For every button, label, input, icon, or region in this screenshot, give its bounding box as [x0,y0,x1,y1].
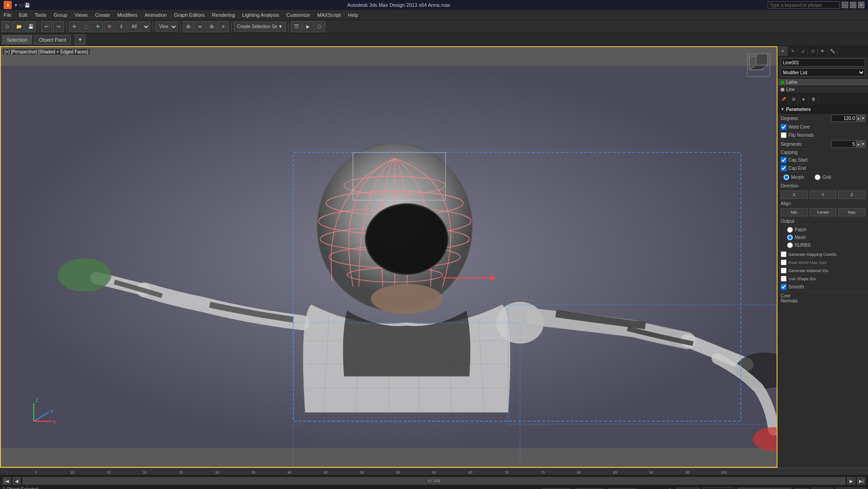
cap-end-checkbox[interactable] [781,165,787,171]
utilities-panel-tab[interactable]: 🔧 [828,46,838,56]
use-shape-ids-checkbox[interactable] [781,276,787,282]
real-world-checkbox[interactable] [781,259,787,265]
segments-down-spinner[interactable]: ▼ [861,140,865,148]
viewport[interactable]: [+] [Perspective] [Shaded + Edged Faces] [0,46,778,468]
new-scene-button[interactable]: 🗋 [2,21,13,32]
play-all-button[interactable]: ▶▶ [765,488,773,489]
grid-radio[interactable] [815,174,821,180]
mesh-radio[interactable] [787,235,793,240]
generate-mapping-checkbox[interactable] [781,251,787,257]
menu-file[interactable]: File [0,10,15,19]
move-button[interactable]: ✛ [92,21,103,32]
go-end-button[interactable]: ▶| [783,488,791,489]
auto-key-button[interactable]: Auto Key [677,488,700,489]
menu-create[interactable]: Create [91,10,114,19]
paint-options-button[interactable]: ▼ [75,34,85,45]
create-panel-tab[interactable]: + [778,46,788,56]
maximize-button[interactable]: □ [850,2,856,8]
display-panel-tab[interactable]: 👁 [818,46,828,56]
patch-radio[interactable] [787,227,793,233]
modify-panel-tab[interactable]: ✎ [788,46,798,56]
direction-z-button[interactable]: Z [838,191,865,199]
menu-rendering[interactable]: Rendering [209,10,239,19]
align-min-button[interactable]: Min [781,208,808,216]
selection-filter-dropdown[interactable]: All [128,22,150,32]
menu-help[interactable]: Help [344,10,362,19]
align-max-button[interactable]: Max [838,208,865,216]
timeline-prev-button[interactable]: |◀ [3,477,11,484]
select-object-button[interactable]: ✛ [69,21,80,32]
selected-dropdown[interactable]: Selected [703,488,734,489]
render-button[interactable]: ▶ [303,21,313,32]
set-key-button[interactable]: Set Key [812,488,833,489]
smooth-row: Smooth [778,283,868,291]
modifier-list-dropdown[interactable]: Modifier List [781,68,865,77]
save-button[interactable]: 💾 [25,21,36,32]
direction-x-button[interactable]: X [781,191,808,199]
cap-start-checkbox[interactable] [781,157,787,163]
next-frame-button[interactable]: ▶ [774,488,782,489]
flip-normals-checkbox[interactable] [781,132,787,138]
selection-tab[interactable]: Selection [2,35,32,45]
undo-button[interactable]: ↩ [41,21,52,32]
menu-group[interactable]: Group [50,10,71,19]
select-region-button[interactable]: ⬚ [81,21,91,32]
menu-graph-editors[interactable]: Graph Editors [171,10,209,19]
material-editor-button[interactable]: ⬡ [314,21,325,32]
layer-button[interactable]: ≡ [218,21,229,32]
render-setup-button[interactable]: 🎬 [291,21,302,32]
redo-button[interactable]: ↪ [53,21,64,32]
timeline-next-button[interactable]: ▶| [857,477,865,484]
object-paint-tab[interactable]: Object Paint [34,35,71,45]
menu-lighting[interactable]: Lighting Analysis [238,10,283,19]
search-input[interactable] [768,1,840,9]
pin-stack-button[interactable]: 📌 [779,94,789,104]
minimize-button[interactable]: ─ [842,2,848,8]
menu-animation[interactable]: Animation [141,10,171,19]
menu-edit[interactable]: Edit [15,10,31,19]
view-dropdown[interactable]: View [155,22,178,32]
scale-button[interactable]: ⇕ [116,21,127,32]
smooth-checkbox[interactable] [781,284,787,290]
key-filters-button[interactable]: Key Filters... [836,488,865,489]
timeline-right-arrow-button[interactable]: ▶ [847,477,855,484]
gen-mat-ids-checkbox[interactable] [781,268,787,273]
timeline-track[interactable]: 0 / 100 [23,477,845,484]
align-center-button[interactable]: Center [810,208,837,216]
prev-frame-button[interactable]: ◀ [747,488,755,489]
navigation-cube[interactable]: PERSP [745,52,772,79]
motion-panel-tab[interactable]: ◷ [808,46,818,56]
modifier-lathe[interactable]: Lathe [778,79,868,86]
open-button[interactable]: 📂 [14,21,24,32]
nurbs-radio[interactable] [787,242,793,248]
degrees-input[interactable] [831,115,856,122]
direction-y-button[interactable]: Y [810,191,837,199]
degrees-up-spinner[interactable]: ▲ [856,115,861,122]
segments-input[interactable] [831,140,856,148]
menu-tools[interactable]: Tools [31,10,50,19]
array-button[interactable]: ⊞ [206,21,217,32]
hierarchy-panel-tab[interactable]: ⊿ [798,46,808,56]
menu-maxscript[interactable]: MAXScript [313,10,344,19]
show-end-result-button[interactable]: ⊞ [789,94,799,104]
go-start-button[interactable]: |◀ [738,488,746,489]
make-unique-button[interactable]: ◈ [799,94,809,104]
mirror-button[interactable]: ⇔ [194,21,205,32]
close-button[interactable]: ✕ [858,2,864,8]
morph-radio[interactable] [783,174,789,180]
menu-customize[interactable]: Customize [283,10,313,19]
degrees-down-spinner[interactable]: ▼ [861,115,865,122]
align-button[interactable]: ⊞ [183,21,194,32]
object-name-input[interactable] [781,58,865,67]
segments-up-spinner[interactable]: ▲ [856,140,861,148]
create-selection-button[interactable]: Create Selection Se ▼ [234,22,286,32]
play-button[interactable]: ▶ [756,488,764,489]
parameters-section-header[interactable]: ▼ Parameters [778,105,868,114]
weld-core-checkbox[interactable] [781,124,787,130]
rotate-button[interactable]: ↻ [104,21,115,32]
menu-views[interactable]: Views [71,10,91,19]
menu-modifiers[interactable]: Modifiers [114,10,141,19]
modifier-line[interactable]: Line [778,86,868,93]
remove-modifier-button[interactable]: 🗑 [809,94,819,104]
timeline-left-arrow-button[interactable]: ◀ [13,477,21,484]
